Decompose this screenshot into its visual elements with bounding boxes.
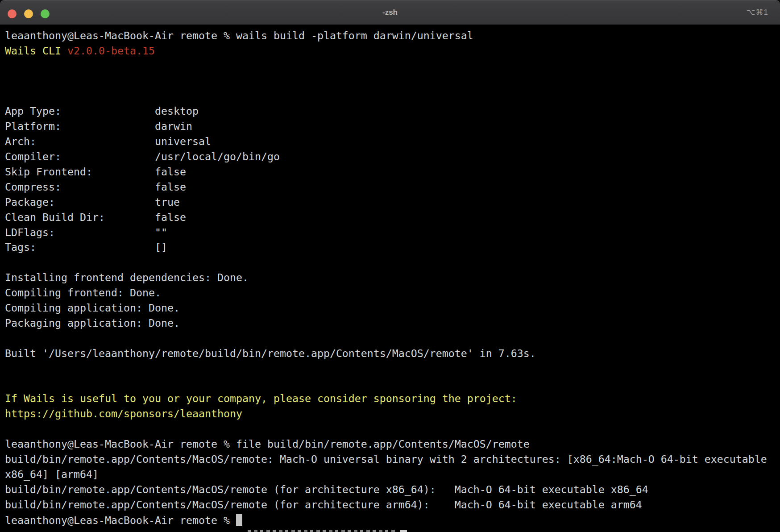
terminal-text: Package: true — [5, 196, 180, 208]
window-title: -zsh — [0, 0, 780, 25]
terminal-text: Clean Build Dir: false — [5, 211, 186, 223]
terminal-line: If Wails is useful to you or your compan… — [5, 391, 780, 406]
terminal-text: Compiler: /usr/local/go/bin/go — [5, 150, 280, 162]
terminal-line: Wails CLI v2.0.0-beta.15 — [5, 43, 780, 58]
terminal-window: -zsh ⌥⌘1 leaanthony@Leas-MacBook-Air rem… — [0, 0, 780, 532]
terminal-text: build/bin/remote.app/Contents/MacOS/remo… — [5, 499, 642, 511]
terminal-line: Platform: darwin — [5, 119, 780, 134]
terminal-line: build/bin/remote.app/Contents/MacOS/remo… — [5, 482, 780, 497]
terminal-line: Clean Build Dir: false — [5, 210, 780, 225]
terminal-text: build/bin/remote.app/Contents/MacOS/remo… — [5, 453, 773, 465]
terminal-line — [5, 89, 780, 104]
terminal-line — [5, 74, 780, 89]
terminal-text: v2.0.0-beta.15 — [67, 45, 155, 57]
terminal-line — [5, 376, 780, 391]
terminal-text: Installing frontend dependencies: Done. — [5, 271, 249, 283]
terminal-cursor — [236, 514, 242, 526]
terminal-text: leaanthony@Leas-MacBook-Air remote % — [5, 514, 236, 526]
terminal-text: Skip Frontend: false — [5, 166, 186, 178]
terminal-text: App Type: desktop — [5, 105, 199, 117]
terminal-line: LDFlags: "" — [5, 225, 780, 240]
terminal-line: Skip Frontend: false — [5, 164, 780, 179]
terminal-line: Installing frontend dependencies: Done. — [5, 270, 780, 285]
terminal-line — [5, 361, 780, 376]
clipped-text-line-block — [400, 530, 407, 532]
terminal-text: Tags: [] — [5, 241, 167, 253]
terminal-line: Built '/Users/leaanthony/remote/build/bi… — [5, 346, 780, 361]
terminal-line — [5, 331, 780, 346]
terminal-text: Arch: universal — [5, 135, 211, 147]
clipped-text-line — [248, 530, 395, 532]
terminal-line: x86_64] [arm64] — [5, 467, 780, 482]
terminal-text: https://github.com/sponsors/leaanthony — [5, 407, 242, 420]
titlebar[interactable]: -zsh ⌥⌘1 — [0, 0, 780, 25]
terminal-text: build/bin/remote.app/Contents/MacOS/remo… — [5, 483, 648, 495]
terminal-line: leaanthony@Leas-MacBook-Air remote % — [5, 512, 780, 528]
terminal-line — [5, 58, 780, 74]
terminal-line: App Type: desktop — [5, 104, 780, 119]
terminal-text: Platform: darwin — [5, 120, 192, 132]
terminal-line — [5, 255, 780, 270]
terminal-line: leaanthony@Leas-MacBook-Air remote % wai… — [5, 28, 780, 43]
terminal-line: leaanthony@Leas-MacBook-Air remote % fil… — [5, 436, 780, 452]
terminal-text: Compiling frontend: Done. — [5, 287, 161, 299]
window-shortcut-label: ⌥⌘1 — [747, 0, 768, 25]
terminal-screen[interactable]: leaanthony@Leas-MacBook-Air remote % wai… — [0, 25, 780, 532]
terminal-line: build/bin/remote.app/Contents/MacOS/remo… — [5, 497, 780, 512]
terminal-text: Wails CLI — [5, 45, 67, 57]
terminal-text: x86_64] [arm64] — [5, 468, 99, 480]
terminal-line: build/bin/remote.app/Contents/MacOS/remo… — [5, 452, 780, 467]
terminal-text: leaanthony@Leas-MacBook-Air remote % fil… — [5, 438, 530, 450]
terminal-line — [5, 421, 780, 436]
terminal-line: Arch: universal — [5, 134, 780, 149]
terminal-line: Package: true — [5, 195, 780, 210]
terminal-text: Compress: false — [5, 181, 186, 193]
terminal-text: Compiling application: Done. — [5, 302, 180, 314]
terminal-line: Compiling frontend: Done. — [5, 285, 780, 300]
terminal-line: Compiling application: Done. — [5, 300, 780, 316]
terminal-text: LDFlags: "" — [5, 226, 167, 238]
terminal-text: leaanthony@Leas-MacBook-Air remote % wai… — [5, 29, 473, 42]
terminal-line: https://github.com/sponsors/leaanthony — [5, 406, 780, 421]
terminal-line: Tags: [] — [5, 240, 780, 255]
terminal-line: Compiler: /usr/local/go/bin/go — [5, 149, 780, 164]
terminal-text: Built '/Users/leaanthony/remote/build/bi… — [5, 347, 536, 359]
terminal-text: Packaging application: Done. — [5, 317, 180, 329]
terminal-line: Packaging application: Done. — [5, 316, 780, 331]
terminal-text: If Wails is useful to you or your compan… — [5, 392, 517, 404]
terminal-line: Compress: false — [5, 179, 780, 195]
